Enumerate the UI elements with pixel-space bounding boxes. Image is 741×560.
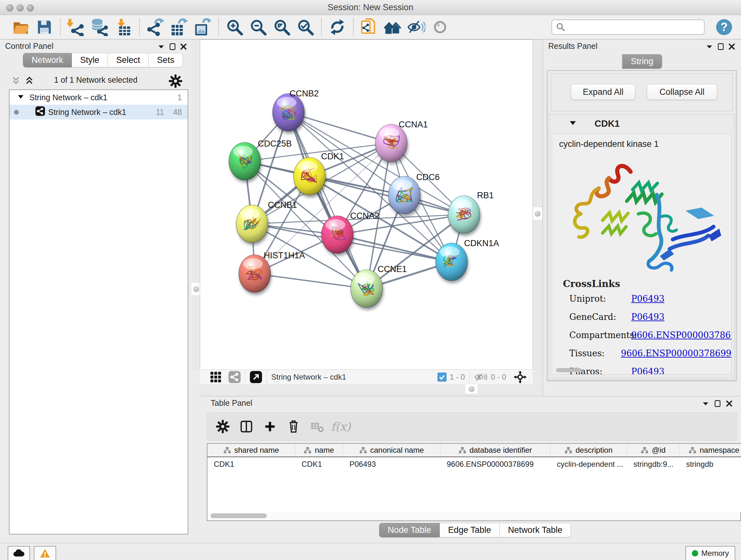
node-CDC6[interactable]: CDC6: [388, 172, 440, 216]
zoom-fit-button[interactable]: [272, 17, 292, 37]
float-panel-icon[interactable]: [168, 42, 178, 51]
export-network-button[interactable]: [145, 17, 165, 37]
selected-node-edge-counts: 1 - 0: [450, 373, 465, 381]
zoom-in-button[interactable]: [225, 17, 245, 37]
network-row[interactable]: String Network – cdk1 11 48: [10, 105, 188, 119]
collapse-all-button[interactable]: Collapse All: [647, 84, 717, 100]
node-CDKN1A[interactable]: CDKN1A: [435, 239, 499, 283]
collapse-panel-icon[interactable]: [701, 399, 711, 408]
close-panel-icon[interactable]: [179, 42, 188, 51]
network-list-toolbar: 1 of 1 Network selected: [0, 73, 192, 88]
zoom-out-button[interactable]: [248, 17, 268, 37]
edge-CCNA2-CDKN1A[interactable]: [337, 235, 452, 262]
tab-string[interactable]: String: [622, 54, 662, 69]
crosslink-value-link[interactable]: 9606.ENSP00000378699: [631, 330, 732, 340]
selected-checkbox-icon[interactable]: [437, 373, 447, 381]
cloud-status-button[interactable]: [8, 546, 30, 560]
crosslink-row: Uniprot:P06493: [569, 294, 731, 304]
column-header-canonical-name[interactable]: canonical name: [343, 444, 441, 456]
network-share-view-icon[interactable]: [228, 371, 241, 383]
gear-icon[interactable]: [169, 74, 183, 89]
node-CCNB2[interactable]: CCNB2: [273, 89, 319, 134]
close-panel-icon[interactable]: [724, 399, 734, 408]
tab-edge-table[interactable]: Edge Table: [440, 523, 500, 537]
crosslink-value-link[interactable]: P06493: [631, 312, 664, 322]
create-column-plus-icon[interactable]: [259, 416, 280, 437]
table-cell: 9606.ENSP00000378699: [441, 457, 550, 471]
network-grid-view-icon[interactable]: [210, 371, 221, 383]
edge-CCNB2-CCNE1[interactable]: [288, 112, 367, 289]
bottom-splitter-handle[interactable]: [465, 384, 478, 394]
crosslink-value-link[interactable]: P06493: [631, 367, 664, 374]
collapse-panel-icon[interactable]: [704, 42, 714, 51]
network-graph[interactable]: CCNB2CCNA1CDC25BCDK1CDC6RB1CCNB1CCNA2CDK…: [200, 40, 533, 369]
network-view-canvas[interactable]: CCNB2CCNA1CDC25BCDK1CDC6RB1CCNB1CCNA2CDK…: [200, 40, 533, 370]
export-table-button[interactable]: [169, 17, 189, 37]
column-header-description[interactable]: description: [550, 444, 627, 456]
column-header-database-identifier[interactable]: database identifier: [441, 444, 550, 456]
column-header-name[interactable]: name: [295, 444, 343, 456]
network-label: String Network – cdk1: [48, 108, 126, 117]
column-header-namespace[interactable]: namespace: [680, 444, 741, 456]
export-image-button[interactable]: [193, 17, 212, 37]
tab-network-table[interactable]: Network Table: [500, 523, 571, 537]
detach-view-icon[interactable]: [250, 371, 262, 383]
new-network-from-selection-button[interactable]: [359, 17, 379, 37]
tab-sets[interactable]: Sets: [149, 53, 183, 67]
tab-network[interactable]: Network: [23, 53, 72, 67]
import-network-from-database-button[interactable]: [90, 17, 110, 37]
memory-button[interactable]: Memory: [685, 546, 735, 560]
zoom-selected-button[interactable]: [295, 17, 315, 37]
tab-style[interactable]: Style: [72, 53, 108, 67]
left-splitter[interactable]: [192, 40, 200, 369]
gene-section-header[interactable]: CDK1: [549, 115, 734, 132]
node-CCNA2[interactable]: CCNA2: [321, 211, 380, 256]
hidden-eye-icon[interactable]: [474, 372, 488, 382]
close-panel-icon[interactable]: [727, 42, 737, 51]
results-hscrollbar-thumb[interactable]: [556, 368, 582, 372]
expander-triangle-icon[interactable]: [569, 119, 577, 128]
show-all-button[interactable]: [430, 17, 450, 37]
hide-selection-button[interactable]: [407, 17, 426, 37]
collapse-panel-icon[interactable]: [156, 42, 166, 51]
import-table-button[interactable]: [114, 17, 133, 37]
node-HIST1H1A[interactable]: HIST1H1A: [239, 251, 305, 295]
title-bar: Session: New Session: [0, 0, 741, 15]
float-panel-icon[interactable]: [713, 399, 723, 408]
network-collection-row[interactable]: String Network – cdk1 1: [10, 90, 188, 105]
table-panel-title: Table Panel: [211, 398, 253, 408]
fit-content-crosshair-icon[interactable]: [514, 371, 527, 383]
eye-slash-icon: [408, 21, 420, 33]
column-header-shared-name[interactable]: shared name: [207, 444, 295, 456]
show-columns-icon[interactable]: [236, 416, 257, 437]
search-input[interactable]: [568, 22, 700, 32]
help-button[interactable]: ?: [716, 19, 732, 35]
column-sort-icon: [459, 446, 466, 454]
table-row[interactable]: CDK1CDK1P064939606.ENSP00000378699cyclin…: [207, 457, 741, 471]
delete-column-trash-icon[interactable]: [283, 416, 304, 437]
network-selection-count: 1 of 1 Network selected: [0, 75, 192, 84]
crosslinks-section: CrossLinks Uniprot:P06493GeneCard:P06493…: [552, 278, 731, 374]
node-CDC25B[interactable]: CDC25B: [229, 139, 292, 183]
expander-triangle-icon[interactable]: [17, 93, 24, 102]
apply-layout-button[interactable]: [327, 17, 347, 37]
table-hscrollbar[interactable]: [207, 512, 741, 521]
warnings-button[interactable]: [34, 546, 56, 560]
first-neighbors-button[interactable]: [383, 17, 403, 37]
tab-node-table[interactable]: Node Table: [379, 523, 440, 537]
float-panel-icon[interactable]: [716, 42, 726, 51]
expand-all-button[interactable]: Expand All: [571, 84, 635, 100]
import-network-button[interactable]: [66, 17, 86, 37]
tab-select[interactable]: Select: [108, 53, 149, 67]
node-RB1[interactable]: RB1: [448, 191, 494, 236]
node-CCNA1[interactable]: CCNA1: [375, 120, 428, 165]
crosslink-value-link[interactable]: P06493: [631, 294, 664, 304]
open-session-button[interactable]: [11, 17, 30, 37]
column-header--id[interactable]: @id: [627, 444, 680, 456]
save-session-button[interactable]: [35, 17, 54, 37]
crosslink-value-link[interactable]: 9606.ENSP00000378699: [621, 348, 731, 358]
table-settings-gear-icon[interactable]: [212, 416, 233, 437]
table-hscrollbar-thumb[interactable]: [211, 513, 267, 518]
right-splitter-handle[interactable]: [532, 207, 542, 220]
table-cell: stringdb:9...: [627, 457, 680, 471]
